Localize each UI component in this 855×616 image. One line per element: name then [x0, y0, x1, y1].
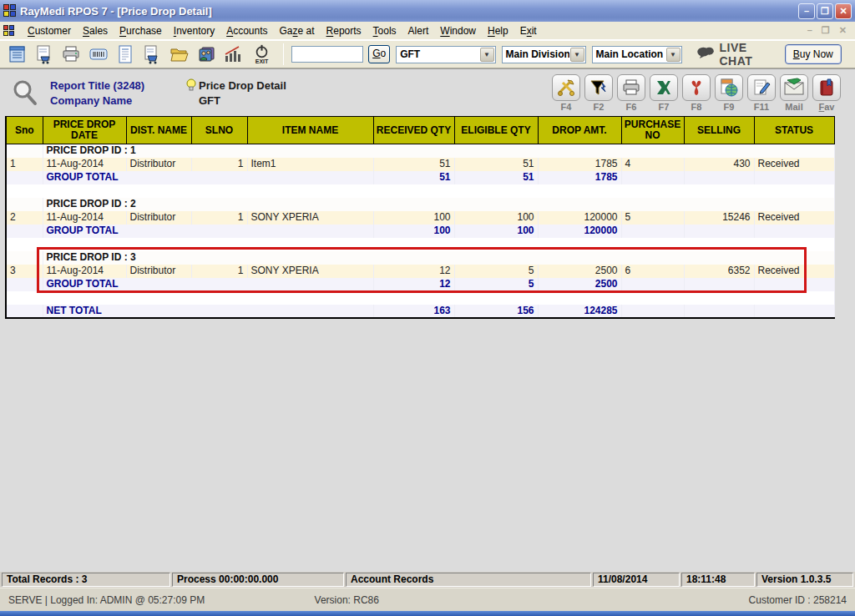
f7-label: F7 [659, 102, 670, 112]
mail-label: Mail [785, 102, 802, 112]
filter-icon [584, 74, 613, 101]
menu-item-alert[interactable]: Alert [402, 23, 435, 38]
close-button[interactable]: ✕ [835, 3, 852, 19]
favorites-icon [812, 74, 841, 101]
release-version: Version: RC86 [315, 594, 581, 606]
toolbar: EXIT Go GFT ▼ Main Division ▼ Main Locat… [0, 40, 855, 68]
window-bottom-border [0, 611, 855, 616]
window-title: RayMedi RPOS 7 - [Price Drop Detail] [20, 5, 795, 18]
f9-html-export-button[interactable]: F9 [714, 74, 744, 112]
spacer-row [6, 184, 834, 198]
net-total-row: NET TOTAL 163 156 124285 [6, 305, 834, 318]
live-chat-label: LIVE CHAT [720, 41, 782, 68]
barcode-icon[interactable] [86, 42, 110, 67]
mdi-child-icon [3, 25, 15, 37]
group-total-row: GROUP TOTAL 12 5 2500 [6, 278, 834, 291]
col-dist-name[interactable]: DIST. NAME [126, 117, 191, 144]
f2-filter-button[interactable]: F2 [584, 74, 614, 112]
status-bar: Total Records : 3 Process 00:00:00.000 A… [0, 572, 855, 588]
restore-button[interactable]: ❐ [817, 3, 833, 19]
f8-pdf-export-button[interactable]: F8 [681, 74, 711, 112]
col-eligible-qty[interactable]: ELIGIBLE QTY [454, 117, 538, 144]
location-select[interactable]: Main Location ▼ [592, 46, 682, 63]
f7-excel-export-button[interactable]: F7 [649, 74, 679, 112]
f6-print-button[interactable]: F6 [616, 74, 646, 112]
purchase-cart-icon[interactable] [140, 42, 164, 67]
col-item-name[interactable]: ITEM NAME [247, 117, 373, 144]
fav-label: Fav [819, 102, 835, 112]
total-records-status: Total Records : 3 [2, 573, 170, 587]
sales-invoice-icon[interactable] [32, 42, 56, 67]
col-purchase-no[interactable]: PURCHASE NO [621, 117, 684, 144]
tools-icon [552, 74, 580, 101]
minimize-button[interactable]: – [798, 3, 815, 19]
go-button[interactable]: Go [368, 45, 390, 63]
col-status[interactable]: STATUS [754, 117, 834, 144]
location-select-value: Main Location [593, 48, 665, 60]
division-select[interactable]: Main Division ▼ [502, 46, 586, 63]
table-header-row: Sno PRICE DROP DATE DIST. NAME SLNO ITEM… [6, 117, 834, 144]
f4-settings-button[interactable]: F4 [551, 74, 581, 112]
group-id-label: PRICE DROP ID : 2 [43, 198, 834, 211]
table-row[interactable]: 1 11-Aug-2014 Distributor 1 Item1 51 51 … [6, 158, 834, 171]
exit-power-icon[interactable]: EXIT [248, 42, 276, 67]
version-status: Version 1.0.3.5 [756, 573, 853, 587]
menu-item-tools[interactable]: Tools [367, 23, 402, 38]
menu-item-reports[interactable]: Reports [321, 23, 367, 38]
f4-label: F4 [561, 102, 572, 112]
ledger-icon[interactable] [5, 42, 29, 67]
quick-search-input[interactable] [291, 46, 363, 63]
col-sno[interactable]: Sno [6, 117, 43, 144]
contacts-icon[interactable] [194, 42, 218, 67]
favorites-button[interactable]: Fav [812, 74, 842, 112]
logged-in-info: SERVE | Logged In: ADMIN @ 05:27:09 PM [8, 594, 315, 606]
group-header-row: PRICE DROP ID : 1 [6, 144, 834, 158]
title-bar: RayMedi RPOS 7 - [Price Drop Detail] – ❐… [0, 0, 855, 22]
printer-icon[interactable] [59, 42, 83, 67]
col-received-qty[interactable]: RECEIVED QTY [373, 117, 454, 144]
menu-item-gaze-at[interactable]: Gaze at [274, 23, 321, 38]
spacer-row [6, 238, 834, 251]
mail-button[interactable]: Mail [779, 74, 809, 112]
group-header-row: PRICE DROP ID : 2 [6, 198, 834, 211]
group-header-row-highlighted: PRICE DROP ID : 3 [6, 251, 834, 265]
report-title-label: Report Title (3248) [50, 79, 184, 92]
menu-item-help[interactable]: Help [482, 23, 514, 38]
excel-icon [650, 74, 678, 101]
col-price-drop-date[interactable]: PRICE DROP DATE [43, 117, 126, 144]
report-body: Sno PRICE DROP DATE DIST. NAME SLNO ITEM… [0, 116, 855, 572]
open-folder-icon[interactable] [167, 42, 191, 67]
menu-item-purchase[interactable]: Purchase [114, 23, 168, 38]
process-time-status: Process 00:00:00.000 [172, 573, 344, 587]
menu-item-sales[interactable]: Sales [77, 23, 114, 38]
printer-icon [617, 74, 645, 101]
menu-bar: Customer Sales Purchase Inventory Accoun… [0, 22, 855, 40]
col-slno[interactable]: SLNO [191, 117, 247, 144]
chevron-down-icon: ▼ [480, 48, 494, 62]
buy-now-button[interactable]: Buy Now [785, 44, 842, 64]
col-selling[interactable]: SELLING [684, 117, 754, 144]
table-row-highlighted[interactable]: 3 11-Aug-2014 Distributor 1 SONY XPERIA … [6, 265, 834, 278]
menu-item-exit[interactable]: Exit [514, 23, 543, 38]
net-total-label: NET TOTAL [43, 305, 373, 318]
menu-item-window[interactable]: Window [434, 23, 482, 38]
bill-icon[interactable] [113, 42, 137, 67]
menu-item-inventory[interactable]: Inventory [168, 23, 220, 38]
company-name-value: GFT [199, 94, 220, 107]
search-icon[interactable] [7, 78, 43, 108]
live-chat-link[interactable]: LIVE CHAT [696, 41, 782, 68]
mdi-window-controls: – ❐ ✕ [807, 25, 850, 36]
f11-edit-button[interactable]: F11 [746, 74, 777, 112]
menu-item-accounts[interactable]: Accounts [220, 23, 273, 38]
account-records-status: Account Records [346, 573, 591, 587]
sales-chart-icon[interactable] [221, 42, 245, 67]
menu-item-customer[interactable]: Customer [22, 23, 77, 38]
company-select[interactable]: GFT ▼ [396, 46, 495, 63]
spacer-row [6, 291, 834, 305]
time-status: 18:11:48 [681, 573, 755, 587]
col-drop-amt[interactable]: DROP AMT. [538, 117, 621, 144]
exit-label: EXIT [255, 58, 269, 64]
group-total-row: GROUP TOTAL 100 100 120000 [6, 225, 834, 238]
table-row[interactable]: 2 11-Aug-2014 Distributor 1 SONY XPERIA … [6, 211, 834, 225]
edit-icon [747, 74, 776, 101]
